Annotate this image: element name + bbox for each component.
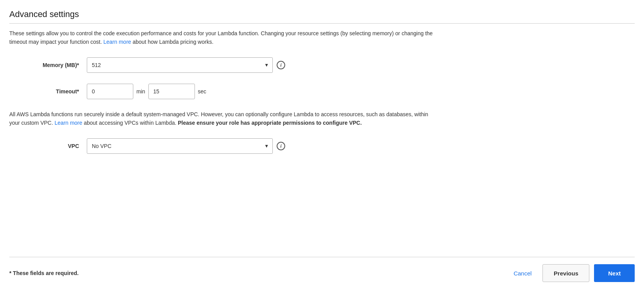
page-container: Advanced settings These settings allow y… [0, 0, 644, 289]
footer-buttons: Cancel Previous Next [507, 264, 635, 282]
vpc-description: All AWS Lambda functions run securely in… [9, 110, 436, 127]
vpc-select-wrapper: No VPC ▼ [87, 138, 273, 154]
description-part2: about how Lambda pricing works. [133, 39, 214, 45]
timeout-sec-input[interactable] [148, 84, 195, 99]
description-part1: These settings allow you to control the … [9, 30, 433, 45]
required-note: * These fields are required. [9, 270, 79, 276]
vpc-description-bold: Please ensure your role has appropriate … [178, 120, 362, 126]
vpc-info-icon[interactable]: i [277, 142, 285, 150]
previous-button[interactable]: Previous [542, 264, 589, 282]
vpc-row: VPC No VPC ▼ i [9, 138, 635, 154]
vpc-select[interactable]: No VPC [87, 138, 273, 154]
cancel-button[interactable]: Cancel [507, 266, 538, 280]
title-divider [9, 23, 635, 24]
memory-label: Memory (MB)* [9, 62, 87, 68]
learn-more-link-1[interactable]: Learn more [103, 39, 131, 45]
memory-row: Memory (MB)* 512 128 256 1024 1536 ▼ i [9, 57, 635, 73]
form-section: Advanced settings These settings allow y… [9, 9, 635, 254]
timeout-row: Timeout* min sec [9, 84, 635, 99]
timeout-min-unit: min [136, 88, 145, 95]
memory-info-icon[interactable]: i [277, 61, 285, 69]
next-button[interactable]: Next [594, 264, 635, 282]
vpc-label: VPC [9, 143, 87, 149]
timeout-sec-unit: sec [198, 88, 207, 95]
page-title: Advanced settings [9, 9, 635, 19]
footer: * These fields are required. Cancel Prev… [9, 257, 635, 289]
vpc-description-part2: about accessing VPCs within Lambda. [84, 120, 176, 126]
timeout-min-input[interactable] [87, 84, 133, 99]
learn-more-link-2[interactable]: Learn more [55, 120, 83, 126]
memory-select[interactable]: 512 128 256 1024 1536 [87, 57, 273, 73]
timeout-label: Timeout* [9, 88, 87, 95]
timeout-inputs: min sec [87, 84, 206, 99]
memory-select-wrapper: 512 128 256 1024 1536 ▼ [87, 57, 273, 73]
description-text: These settings allow you to control the … [9, 29, 436, 46]
